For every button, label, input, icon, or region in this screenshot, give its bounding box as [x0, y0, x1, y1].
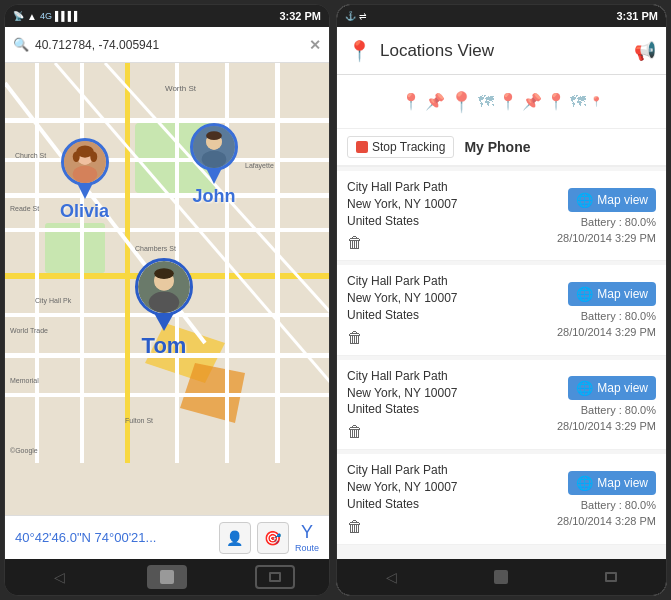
home-icon-right: [494, 570, 508, 584]
map-view-label: Map view: [597, 287, 648, 301]
deco-icon-8: 🗺: [570, 93, 586, 111]
marker-john[interactable]: John: [190, 123, 238, 207]
map-bottom-bar: 40°42'46.0"N 74°00'21... 👤 🎯 Y Route: [5, 515, 329, 559]
location-right-1: 🌐Map viewBattery : 80.0%28/10/2014 3:29 …: [557, 282, 656, 338]
svg-point-35: [72, 166, 97, 184]
svg-text:Chambers St: Chambers St: [135, 245, 176, 252]
location-address-1: City Hall Park PathNew York, NY 10007Uni…: [347, 273, 458, 323]
globe-icon: 🌐: [576, 380, 593, 396]
olivia-avatar-svg: [64, 141, 106, 183]
svg-rect-14: [80, 63, 84, 463]
route-icon: Y: [301, 522, 313, 543]
wifi-icon: ▲: [27, 11, 37, 22]
location-delete-btn-1[interactable]: 🗑: [347, 329, 458, 347]
map-area[interactable]: Worth St Duane St Reade St Church St Laf…: [5, 63, 329, 515]
phone-right: ⚓ ⇌ 3:31 PM 📍 Locations View 📢 📍 📌 📍 🗺 📍…: [336, 4, 667, 596]
app-header-icon: 📍: [347, 39, 372, 63]
back-btn-right[interactable]: ◁: [372, 565, 412, 589]
location-item: City Hall Park PathNew York, NY 10007Uni…: [337, 171, 666, 261]
recent-btn-right[interactable]: [591, 565, 631, 589]
search-coordinates: 40.712784, -74.005941: [35, 38, 303, 52]
svg-text:Reade St: Reade St: [10, 205, 39, 212]
svg-rect-18: [275, 63, 280, 463]
decorative-banner: 📍 📌 📍 🗺 📍 📌 📍 🗺 📍: [337, 75, 666, 129]
location-item: City Hall Park PathNew York, NY 10007Uni…: [337, 454, 666, 544]
deco-icon-9: 📍: [590, 96, 602, 107]
battery-info-3: Battery : 80.0%: [581, 499, 656, 511]
location-delete-btn-2[interactable]: 🗑: [347, 423, 458, 441]
marker-olivia[interactable]: Olivia: [60, 138, 109, 222]
svg-text:Fulton St: Fulton St: [125, 417, 153, 424]
map-view-btn-0[interactable]: 🌐Map view: [568, 188, 656, 212]
map-view-label: Map view: [597, 476, 648, 490]
svg-text:Lafayette: Lafayette: [245, 162, 274, 170]
location-delete-btn-3[interactable]: 🗑: [347, 518, 458, 536]
svg-text:World Trade: World Trade: [10, 327, 48, 334]
location-info-1: City Hall Park PathNew York, NY 10007Uni…: [347, 273, 458, 346]
svg-point-39: [90, 152, 97, 163]
anchor-icon: ⚓: [345, 11, 356, 21]
deco-icon-3: 📍: [449, 90, 474, 114]
map-view-label: Map view: [597, 381, 648, 395]
clear-icon[interactable]: ✕: [309, 37, 321, 53]
location-item: City Hall Park PathNew York, NY 10007Uni…: [337, 360, 666, 450]
svg-text:©Google: ©Google: [10, 447, 38, 455]
map-view-btn-3[interactable]: 🌐Map view: [568, 471, 656, 495]
recent-icon: [269, 572, 281, 582]
location-right-0: 🌐Map viewBattery : 80.0%28/10/2014 3:29 …: [557, 188, 656, 244]
tom-label: Tom: [142, 333, 187, 359]
deco-icon-7: 📍: [546, 92, 566, 111]
home-btn-right[interactable]: [481, 565, 521, 589]
location-info-2: City Hall Park PathNew York, NY 10007Uni…: [347, 368, 458, 441]
location-right-2: 🌐Map viewBattery : 80.0%28/10/2014 3:29 …: [557, 376, 656, 432]
person-location-btn[interactable]: 👤: [219, 522, 251, 554]
svg-text:Memorial: Memorial: [10, 377, 39, 384]
search-bar[interactable]: 🔍 40.712784, -74.005941 ✕: [5, 27, 329, 63]
marker-tom[interactable]: Tom: [135, 258, 193, 359]
coordinates-text: 40°42'46.0"N 74°00'21...: [15, 530, 156, 545]
map-view-btn-1[interactable]: 🌐Map view: [568, 282, 656, 306]
location-delete-btn-0[interactable]: 🗑: [347, 234, 458, 252]
location-info-3: City Hall Park PathNew York, NY 10007Uni…: [347, 462, 458, 535]
deco-icon-2: 📌: [425, 92, 445, 111]
home-btn-left[interactable]: [147, 565, 187, 589]
phones-container: 📡 ▲ 4G ▌▌▌▌ 3:32 PM 🔍 40.712784, -74.005…: [0, 0, 671, 600]
stop-tracking-button[interactable]: Stop Tracking: [347, 136, 454, 158]
app-header: 📍 Locations View 📢: [337, 27, 666, 75]
signal-bars: ▌▌▌▌: [55, 11, 81, 21]
my-phone-tab[interactable]: My Phone: [464, 139, 530, 155]
stop-icon: [356, 141, 368, 153]
time-right: 3:31 PM: [616, 10, 658, 22]
globe-icon: 🌐: [576, 475, 593, 491]
gps-btn[interactable]: 🎯: [257, 522, 289, 554]
status-bar-right: ⚓ ⇌ 3:31 PM: [337, 5, 666, 27]
back-btn-left[interactable]: ◁: [39, 565, 79, 589]
globe-icon: 🌐: [576, 286, 593, 302]
deco-icon-1: 📍: [401, 92, 421, 111]
time-left: 3:32 PM: [279, 10, 321, 22]
nav-bar-right: ◁: [337, 559, 666, 595]
john-label: John: [193, 186, 236, 207]
route-btn[interactable]: Y Route: [295, 522, 319, 553]
location-address-2: City Hall Park PathNew York, NY 10007Uni…: [347, 368, 458, 418]
left-status-icons: 📡 ▲ 4G ▌▌▌▌: [13, 11, 80, 22]
network-icon: 4G: [40, 11, 52, 21]
battery-info-0: Battery : 80.0%: [581, 216, 656, 228]
route-label: Route: [295, 543, 319, 553]
recent-btn-left[interactable]: [255, 565, 295, 589]
datetime-info-1: 28/10/2014 3:29 PM: [557, 326, 656, 338]
location-right-3: 🌐Map viewBattery : 80.0%28/10/2014 3:28 …: [557, 471, 656, 527]
map-view-btn-2[interactable]: 🌐Map view: [568, 376, 656, 400]
svg-text:Church St: Church St: [15, 152, 46, 159]
location-address-0: City Hall Park PathNew York, NY 10007Uni…: [347, 179, 458, 229]
locations-list[interactable]: City Hall Park PathNew York, NY 10007Uni…: [337, 167, 666, 559]
datetime-info-3: 28/10/2014 3:28 PM: [557, 515, 656, 527]
megaphone-icon[interactable]: 📢: [634, 40, 656, 62]
deco-icon-5: 📍: [498, 92, 518, 111]
location-info-0: City Hall Park PathNew York, NY 10007Uni…: [347, 179, 458, 252]
map-controls: 👤 🎯 Y Route: [219, 522, 319, 554]
svg-point-44: [206, 131, 222, 140]
svg-rect-8: [5, 228, 329, 232]
app-header-title: Locations View: [380, 41, 626, 61]
svg-rect-6: [5, 158, 329, 162]
